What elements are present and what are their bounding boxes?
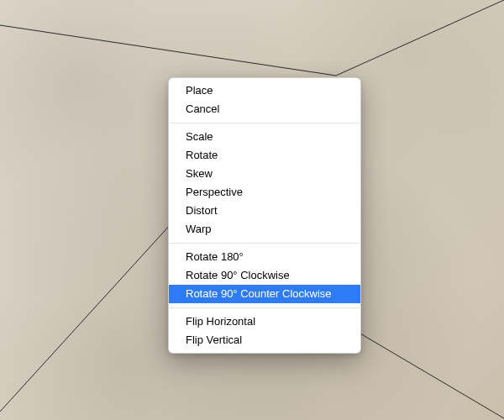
- context-menu: Place Cancel Scale Rotate Skew Perspecti…: [168, 77, 361, 354]
- menu-item-skew[interactable]: Skew: [169, 165, 360, 183]
- menu-item-flip-horizontal[interactable]: Flip Horizontal: [169, 312, 360, 331]
- menu-item-perspective[interactable]: Perspective: [169, 183, 360, 202]
- document-canvas[interactable]: Place Cancel Scale Rotate Skew Perspecti…: [0, 0, 504, 420]
- svg-line-0: [0, 25, 336, 76]
- svg-line-1: [336, 0, 504, 76]
- menu-item-cancel[interactable]: Cancel: [169, 100, 360, 118]
- menu-separator: [170, 243, 360, 244]
- menu-item-place[interactable]: Place: [169, 81, 360, 100]
- svg-line-2: [0, 223, 172, 412]
- menu-item-rotate[interactable]: Rotate: [169, 146, 360, 165]
- menu-item-warp[interactable]: Warp: [169, 220, 360, 239]
- menu-separator: [170, 123, 360, 123]
- menu-item-rotate-180[interactable]: Rotate 180°: [169, 248, 360, 266]
- menu-item-distort[interactable]: Distort: [169, 202, 360, 220]
- menu-item-flip-vertical[interactable]: Flip Vertical: [169, 331, 360, 349]
- menu-item-scale[interactable]: Scale: [169, 128, 360, 146]
- menu-separator: [170, 307, 360, 308]
- menu-item-rotate-90-ccw[interactable]: Rotate 90° Counter Clockwise: [169, 285, 360, 303]
- menu-item-rotate-90-cw[interactable]: Rotate 90° Clockwise: [169, 266, 360, 285]
